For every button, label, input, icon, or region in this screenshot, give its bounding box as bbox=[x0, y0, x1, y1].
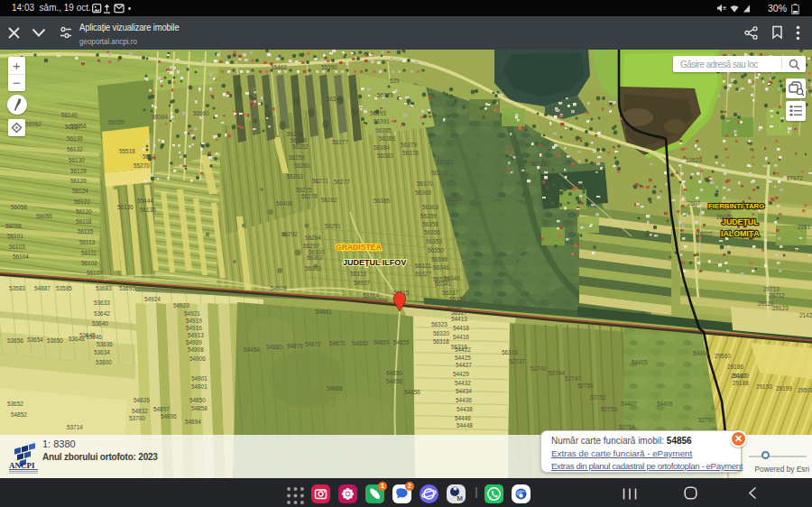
svg-text:ANCPI: ANCPI bbox=[9, 461, 35, 470]
